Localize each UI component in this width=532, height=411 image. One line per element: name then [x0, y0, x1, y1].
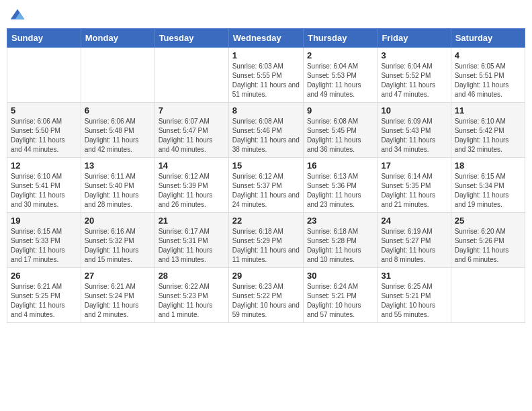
- calendar-day-cell: [154, 48, 228, 103]
- calendar-day-cell: 6Sunrise: 6:06 AMSunset: 5:48 PMDaylight…: [81, 103, 154, 158]
- day-info: Sunrise: 6:19 AMSunset: 5:27 PMDaylight:…: [381, 227, 447, 265]
- calendar-day-cell: 30Sunrise: 6:24 AMSunset: 5:21 PMDayligh…: [303, 268, 377, 323]
- calendar-day-cell: 21Sunrise: 6:17 AMSunset: 5:31 PMDayligh…: [154, 213, 228, 268]
- calendar-week-row: 19Sunrise: 6:15 AMSunset: 5:33 PMDayligh…: [7, 213, 525, 268]
- weekday-header-saturday: Saturday: [451, 29, 525, 48]
- day-number: 10: [381, 105, 447, 116]
- day-info: Sunrise: 6:06 AMSunset: 5:48 PMDaylight:…: [85, 117, 151, 154]
- day-number: 28: [159, 271, 225, 281]
- calendar-day-cell: 1Sunrise: 6:03 AMSunset: 5:55 PMDaylight…: [228, 48, 303, 103]
- calendar-day-cell: 31Sunrise: 6:25 AMSunset: 5:21 PMDayligh…: [378, 268, 451, 323]
- calendar-day-cell: 27Sunrise: 6:21 AMSunset: 5:24 PMDayligh…: [81, 268, 154, 323]
- page-header: [7, 7, 525, 23]
- weekday-header-thursday: Thursday: [303, 29, 377, 48]
- weekday-header-friday: Friday: [378, 29, 451, 48]
- day-info: Sunrise: 6:04 AMSunset: 5:53 PMDaylight:…: [307, 62, 373, 99]
- calendar-day-cell: 24Sunrise: 6:19 AMSunset: 5:27 PMDayligh…: [378, 213, 451, 268]
- day-number: 15: [232, 161, 300, 171]
- day-info: Sunrise: 6:25 AMSunset: 5:21 PMDaylight:…: [381, 282, 447, 320]
- calendar-day-cell: 12Sunrise: 6:10 AMSunset: 5:41 PMDayligh…: [7, 158, 81, 213]
- day-number: 18: [455, 161, 521, 171]
- day-info: Sunrise: 6:12 AMSunset: 5:39 PMDaylight:…: [159, 172, 225, 210]
- calendar-day-cell: 15Sunrise: 6:12 AMSunset: 5:37 PMDayligh…: [228, 158, 303, 213]
- calendar-day-cell: 17Sunrise: 6:14 AMSunset: 5:35 PMDayligh…: [378, 158, 451, 213]
- day-info: Sunrise: 6:21 AMSunset: 5:24 PMDaylight:…: [85, 282, 151, 320]
- calendar-day-cell: 8Sunrise: 6:08 AMSunset: 5:46 PMDaylight…: [228, 103, 303, 158]
- day-number: 19: [11, 216, 77, 226]
- calendar-week-row: 26Sunrise: 6:21 AMSunset: 5:25 PMDayligh…: [7, 268, 525, 323]
- day-info: Sunrise: 6:10 AMSunset: 5:42 PMDaylight:…: [455, 117, 521, 154]
- calendar-day-cell: 23Sunrise: 6:18 AMSunset: 5:28 PMDayligh…: [303, 213, 377, 268]
- day-number: 7: [159, 105, 225, 116]
- day-info: Sunrise: 6:21 AMSunset: 5:25 PMDaylight:…: [11, 282, 77, 320]
- day-number: 13: [85, 161, 151, 171]
- day-number: 3: [381, 50, 447, 60]
- logo-icon: [9, 7, 26, 23]
- day-number: 2: [307, 50, 373, 60]
- day-number: 26: [11, 271, 77, 281]
- weekday-header-monday: Monday: [81, 29, 154, 48]
- calendar-day-cell: 26Sunrise: 6:21 AMSunset: 5:25 PMDayligh…: [7, 268, 81, 323]
- weekday-header-row: SundayMondayTuesdayWednesdayThursdayFrid…: [7, 29, 525, 48]
- day-number: 20: [85, 216, 151, 226]
- calendar-day-cell: [451, 268, 525, 323]
- day-number: 9: [307, 105, 373, 116]
- day-info: Sunrise: 6:14 AMSunset: 5:35 PMDaylight:…: [381, 172, 447, 210]
- calendar-day-cell: 22Sunrise: 6:18 AMSunset: 5:29 PMDayligh…: [228, 213, 303, 268]
- day-info: Sunrise: 6:13 AMSunset: 5:36 PMDaylight:…: [307, 172, 373, 210]
- day-number: 1: [232, 50, 300, 60]
- day-number: 25: [455, 216, 521, 226]
- day-number: 6: [85, 105, 151, 116]
- calendar-day-cell: 28Sunrise: 6:22 AMSunset: 5:23 PMDayligh…: [154, 268, 228, 323]
- day-info: Sunrise: 6:06 AMSunset: 5:50 PMDaylight:…: [11, 117, 77, 154]
- day-number: 21: [159, 216, 225, 226]
- calendar-day-cell: 10Sunrise: 6:09 AMSunset: 5:43 PMDayligh…: [378, 103, 451, 158]
- calendar-day-cell: 25Sunrise: 6:20 AMSunset: 5:26 PMDayligh…: [451, 213, 525, 268]
- calendar-day-cell: 29Sunrise: 6:23 AMSunset: 5:22 PMDayligh…: [228, 268, 303, 323]
- day-number: 12: [11, 161, 77, 171]
- calendar-table: SundayMondayTuesdayWednesdayThursdayFrid…: [7, 28, 525, 323]
- weekday-header-tuesday: Tuesday: [154, 29, 228, 48]
- day-info: Sunrise: 6:10 AMSunset: 5:41 PMDaylight:…: [11, 172, 77, 210]
- day-info: Sunrise: 6:24 AMSunset: 5:21 PMDaylight:…: [307, 282, 373, 320]
- day-info: Sunrise: 6:07 AMSunset: 5:47 PMDaylight:…: [159, 117, 225, 154]
- calendar-day-cell: 3Sunrise: 6:04 AMSunset: 5:52 PMDaylight…: [378, 48, 451, 103]
- day-number: 29: [232, 271, 300, 281]
- calendar-day-cell: [7, 48, 81, 103]
- day-info: Sunrise: 6:23 AMSunset: 5:22 PMDaylight:…: [232, 282, 300, 320]
- day-number: 4: [455, 50, 521, 60]
- day-info: Sunrise: 6:16 AMSunset: 5:32 PMDaylight:…: [85, 227, 151, 265]
- calendar-day-cell: 16Sunrise: 6:13 AMSunset: 5:36 PMDayligh…: [303, 158, 377, 213]
- calendar-day-cell: 5Sunrise: 6:06 AMSunset: 5:50 PMDaylight…: [7, 103, 81, 158]
- calendar-day-cell: 11Sunrise: 6:10 AMSunset: 5:42 PMDayligh…: [451, 103, 525, 158]
- day-info: Sunrise: 6:05 AMSunset: 5:51 PMDaylight:…: [455, 62, 521, 99]
- day-info: Sunrise: 6:03 AMSunset: 5:55 PMDaylight:…: [232, 62, 300, 99]
- day-info: Sunrise: 6:18 AMSunset: 5:28 PMDaylight:…: [307, 227, 373, 265]
- day-number: 14: [159, 161, 225, 171]
- day-info: Sunrise: 6:22 AMSunset: 5:23 PMDaylight:…: [159, 282, 225, 320]
- calendar-day-cell: 18Sunrise: 6:15 AMSunset: 5:34 PMDayligh…: [451, 158, 525, 213]
- calendar-day-cell: 2Sunrise: 6:04 AMSunset: 5:53 PMDaylight…: [303, 48, 377, 103]
- day-info: Sunrise: 6:18 AMSunset: 5:29 PMDaylight:…: [232, 227, 300, 265]
- day-number: 22: [232, 216, 300, 226]
- day-number: 11: [455, 105, 521, 116]
- calendar-day-cell: [81, 48, 154, 103]
- day-number: 30: [307, 271, 373, 281]
- day-info: Sunrise: 6:08 AMSunset: 5:46 PMDaylight:…: [232, 117, 300, 154]
- calendar-day-cell: 4Sunrise: 6:05 AMSunset: 5:51 PMDaylight…: [451, 48, 525, 103]
- calendar-day-cell: 14Sunrise: 6:12 AMSunset: 5:39 PMDayligh…: [154, 158, 228, 213]
- day-info: Sunrise: 6:08 AMSunset: 5:45 PMDaylight:…: [307, 117, 373, 154]
- day-info: Sunrise: 6:20 AMSunset: 5:26 PMDaylight:…: [455, 227, 521, 265]
- day-number: 31: [381, 271, 447, 281]
- calendar-week-row: 12Sunrise: 6:10 AMSunset: 5:41 PMDayligh…: [7, 158, 525, 213]
- calendar-day-cell: 7Sunrise: 6:07 AMSunset: 5:47 PMDaylight…: [154, 103, 228, 158]
- calendar-day-cell: 20Sunrise: 6:16 AMSunset: 5:32 PMDayligh…: [81, 213, 154, 268]
- logo: [9, 7, 28, 23]
- day-info: Sunrise: 6:09 AMSunset: 5:43 PMDaylight:…: [381, 117, 447, 154]
- day-number: 8: [232, 105, 300, 116]
- calendar-week-row: 1Sunrise: 6:03 AMSunset: 5:55 PMDaylight…: [7, 48, 525, 103]
- day-info: Sunrise: 6:17 AMSunset: 5:31 PMDaylight:…: [159, 227, 225, 265]
- day-number: 17: [381, 161, 447, 171]
- weekday-header-wednesday: Wednesday: [228, 29, 303, 48]
- day-info: Sunrise: 6:11 AMSunset: 5:40 PMDaylight:…: [85, 172, 151, 210]
